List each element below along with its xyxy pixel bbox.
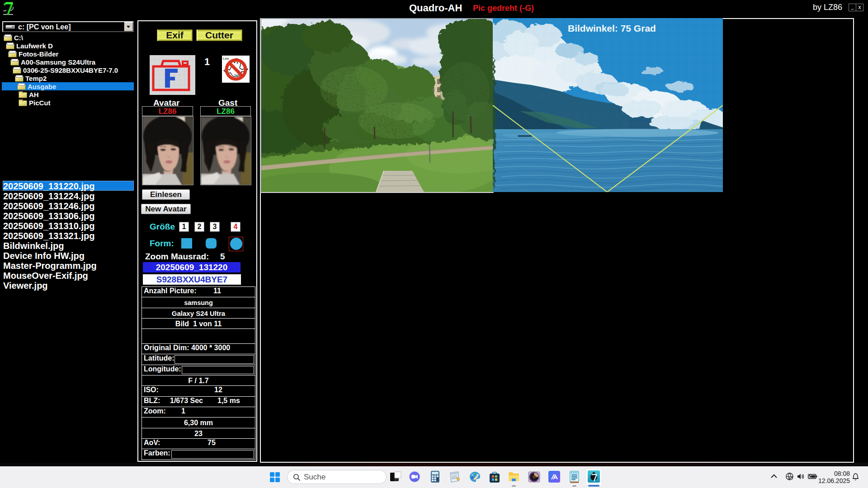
- svg-text:Lee: Lee: [223, 56, 229, 61]
- svg-text:Bildwinkel: 75 Grad: Bildwinkel: 75 Grad: [568, 23, 656, 33]
